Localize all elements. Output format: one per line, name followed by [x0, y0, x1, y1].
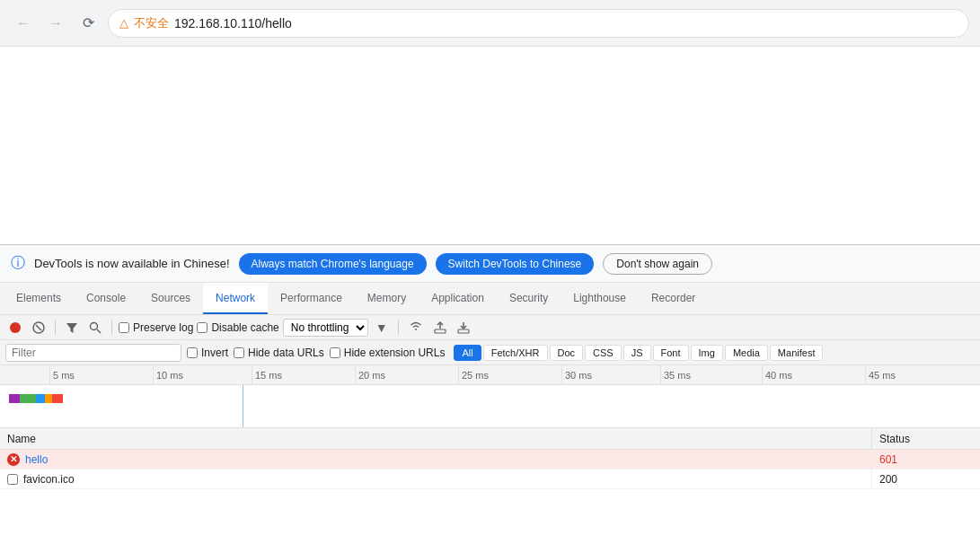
filter-manifest-button[interactable]: Manifest: [770, 345, 824, 361]
svg-point-0: [10, 322, 21, 333]
throttle-select[interactable]: No throttlingFast 3GSlow 3G: [283, 319, 368, 337]
url-text: 192.168.10.110/hello: [174, 16, 292, 31]
insecure-label: 不安全: [134, 15, 169, 31]
ruler-mark-20ms: 20 ms: [355, 365, 385, 384]
stop-recording-button[interactable]: [5, 318, 25, 338]
devtools-panel: ⓘ DevTools is now available in Chinese! …: [0, 244, 980, 489]
ruler-mark-35ms: 35 ms: [660, 365, 691, 384]
filter-type-buttons: All Fetch/XHR Doc CSS JS Font Img Media …: [454, 345, 823, 361]
svg-marker-3: [66, 323, 77, 333]
row-status-hello: 601: [872, 450, 980, 469]
filter-row: Invert Hide data URLs Hide extension URL…: [0, 340, 980, 365]
filter-img-button[interactable]: Img: [691, 345, 723, 361]
network-table: Name Status ✕ hello 601 favicon.ico 200: [0, 428, 980, 489]
svg-line-2: [36, 325, 41, 330]
devtools-tab-bar: Elements Console Sources Network Perform…: [0, 283, 980, 315]
svg-rect-8: [458, 329, 469, 333]
invert-label[interactable]: Invert: [187, 347, 228, 359]
filter-toggle-button[interactable]: [62, 318, 82, 338]
tab-lighthouse[interactable]: Lighthouse: [561, 283, 639, 314]
page-content-area: [0, 47, 980, 244]
throttle-dropdown-icon[interactable]: ▼: [372, 319, 392, 337]
table-header: Name Status: [0, 428, 980, 450]
switch-to-chinese-button[interactable]: Switch DevTools to Chinese: [436, 253, 595, 275]
toolbar-separator-3: [398, 320, 399, 335]
preserve-log-checkbox[interactable]: [119, 322, 129, 333]
table-row[interactable]: favicon.ico 200: [0, 469, 980, 489]
ruler-mark-30ms: 30 ms: [561, 365, 592, 384]
error-icon: ✕: [7, 453, 20, 466]
dont-show-again-button[interactable]: Don't show again: [603, 253, 712, 275]
tab-application[interactable]: Application: [419, 283, 497, 314]
info-icon: ⓘ: [11, 254, 25, 273]
tab-elements[interactable]: Elements: [4, 283, 74, 314]
row-filename-favicon: favicon.ico: [23, 473, 75, 486]
network-toolbar: Preserve log Disable cache No throttling…: [0, 315, 980, 340]
disable-cache-label[interactable]: Disable cache: [197, 321, 278, 334]
tab-security[interactable]: Security: [497, 283, 561, 314]
ruler-mark-45ms: 45 ms: [865, 365, 896, 384]
clear-button[interactable]: [29, 318, 49, 338]
forward-button[interactable]: →: [43, 11, 68, 36]
download-har-button[interactable]: [454, 318, 473, 338]
col-name-header: Name: [0, 428, 872, 449]
row-name-hello: ✕ hello: [0, 450, 872, 469]
notification-bar: ⓘ DevTools is now available in Chinese! …: [0, 245, 980, 283]
col-status-header: Status: [872, 428, 980, 449]
address-bar[interactable]: △ 不安全 192.168.10.110/hello: [108, 9, 969, 38]
hide-extension-urls-checkbox[interactable]: [330, 347, 340, 358]
filter-fetch-xhr-button[interactable]: Fetch/XHR: [483, 345, 548, 361]
table-row[interactable]: ✕ hello 601: [0, 450, 980, 469]
filter-doc-button[interactable]: Doc: [550, 345, 584, 361]
back-button[interactable]: ←: [11, 11, 36, 36]
svg-point-4: [91, 322, 98, 329]
filter-media-button[interactable]: Media: [725, 345, 768, 361]
match-language-button[interactable]: Always match Chrome's language: [239, 253, 427, 275]
row-status-favicon: 200: [872, 469, 980, 488]
row-filename-hello: hello: [25, 453, 48, 466]
toolbar-separator-2: [111, 320, 112, 335]
filter-css-button[interactable]: CSS: [585, 345, 622, 361]
row-checkbox-favicon[interactable]: [7, 474, 18, 485]
timeline-graph: [0, 385, 980, 428]
invert-checkbox[interactable]: [187, 347, 198, 358]
timeline-ruler: 5 ms 10 ms 15 ms 20 ms 25 ms 30 ms 35 ms…: [0, 365, 980, 385]
row-name-favicon: favicon.ico: [0, 469, 872, 488]
tab-recorder[interactable]: Recorder: [639, 283, 708, 314]
ruler-mark-10ms: 10 ms: [153, 365, 183, 384]
ruler-mark-5ms: 5 ms: [49, 365, 75, 384]
ruler-mark-15ms: 15 ms: [252, 365, 282, 384]
timeline-area: 5 ms 10 ms 15 ms 20 ms 25 ms 30 ms 35 ms…: [0, 365, 980, 428]
ruler-mark-40ms: 40 ms: [762, 365, 792, 384]
hide-data-urls-checkbox[interactable]: [234, 347, 244, 358]
notification-message: DevTools is now available in Chinese!: [34, 257, 230, 270]
filter-input-wrap: [5, 344, 181, 362]
tab-memory[interactable]: Memory: [355, 283, 419, 314]
ruler-mark-25ms: 25 ms: [458, 365, 489, 384]
svg-rect-6: [435, 329, 446, 333]
hide-data-urls-label[interactable]: Hide data URLs: [234, 347, 324, 359]
tab-performance[interactable]: Performance: [268, 283, 355, 314]
browser-toolbar: ← → ⟳ △ 不安全 192.168.10.110/hello: [0, 0, 980, 47]
wifi-icon: [405, 318, 427, 337]
search-button[interactable]: [85, 318, 105, 338]
security-warning-icon: △: [119, 16, 128, 30]
disable-cache-checkbox[interactable]: [197, 322, 207, 333]
upload-har-button[interactable]: [430, 318, 450, 338]
svg-line-5: [97, 329, 101, 333]
filter-all-button[interactable]: All: [454, 345, 481, 361]
preserve-log-label[interactable]: Preserve log: [119, 321, 193, 334]
filter-font-button[interactable]: Font: [653, 345, 689, 361]
tab-network[interactable]: Network: [203, 283, 268, 314]
tab-console[interactable]: Console: [74, 283, 138, 314]
timeline-vertical-line: [243, 385, 243, 428]
reload-button[interactable]: ⟳: [75, 11, 101, 36]
tab-sources[interactable]: Sources: [138, 283, 203, 314]
toolbar-separator-1: [55, 320, 56, 335]
filter-input[interactable]: [5, 344, 181, 362]
hide-extension-urls-label[interactable]: Hide extension URLs: [330, 347, 446, 359]
filter-js-button[interactable]: JS: [623, 345, 651, 361]
